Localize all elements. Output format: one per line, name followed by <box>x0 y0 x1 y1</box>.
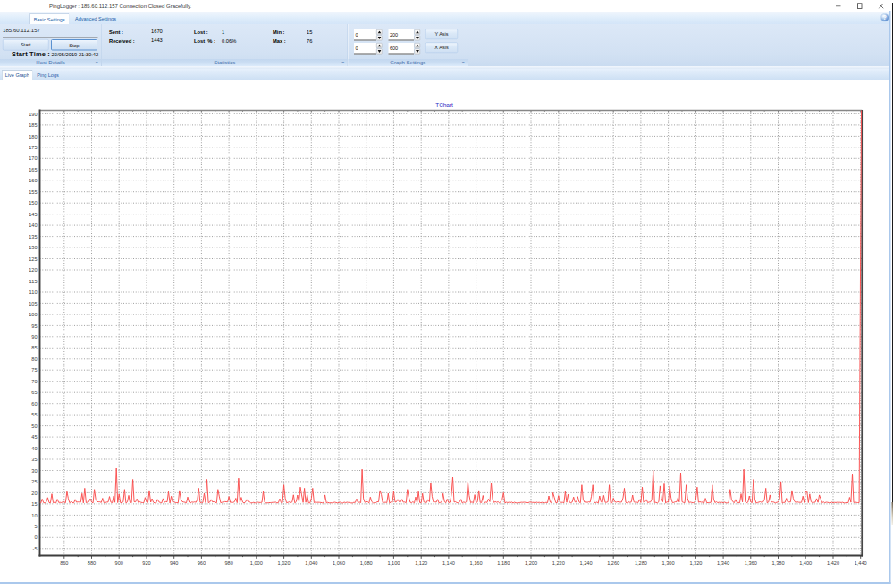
svg-text:1,180: 1,180 <box>497 560 510 566</box>
svg-text:70: 70 <box>31 379 37 384</box>
svg-text:1,320: 1,320 <box>689 560 702 566</box>
svg-text:980: 980 <box>224 560 232 566</box>
svg-text:150: 150 <box>29 200 37 206</box>
svg-text:1,260: 1,260 <box>607 560 619 566</box>
svg-text:50: 50 <box>31 424 37 429</box>
svg-text:135: 135 <box>29 234 37 239</box>
svg-text:1,360: 1,360 <box>745 560 757 566</box>
svg-text:85: 85 <box>31 345 37 350</box>
svg-text:1,400: 1,400 <box>799 560 812 566</box>
svg-text:60: 60 <box>31 401 37 407</box>
svg-text:1,420: 1,420 <box>827 560 839 566</box>
svg-text:115: 115 <box>29 279 38 284</box>
svg-text:40: 40 <box>31 446 37 451</box>
svg-text:1,440: 1,440 <box>855 560 867 566</box>
svg-text:165: 165 <box>29 167 37 172</box>
svg-text:130: 130 <box>29 245 37 250</box>
svg-text:145: 145 <box>29 212 37 217</box>
svg-text:15: 15 <box>31 501 37 507</box>
svg-text:900: 900 <box>115 560 123 566</box>
svg-text:95: 95 <box>31 323 37 329</box>
svg-text:1,000: 1,000 <box>250 560 263 566</box>
svg-text:920: 920 <box>142 560 150 566</box>
svg-text:1,100: 1,100 <box>387 560 400 566</box>
svg-text:180: 180 <box>29 134 37 139</box>
svg-text:55: 55 <box>31 412 37 417</box>
svg-text:940: 940 <box>170 560 178 566</box>
svg-text:175: 175 <box>29 145 37 150</box>
svg-text:-5: -5 <box>33 546 38 551</box>
svg-text:110: 110 <box>29 290 38 295</box>
svg-text:960: 960 <box>198 560 206 566</box>
svg-text:860: 860 <box>60 560 68 566</box>
svg-text:190: 190 <box>29 112 37 117</box>
svg-text:0: 0 <box>34 534 37 540</box>
svg-text:45: 45 <box>31 434 37 440</box>
svg-text:1,160: 1,160 <box>470 560 483 566</box>
svg-text:100: 100 <box>29 312 37 317</box>
svg-text:880: 880 <box>88 560 96 566</box>
svg-text:170: 170 <box>29 155 37 161</box>
svg-text:185: 185 <box>29 122 37 128</box>
svg-text:75: 75 <box>31 367 37 373</box>
svg-text:80: 80 <box>31 357 37 362</box>
svg-text:65: 65 <box>31 390 37 395</box>
svg-text:1,200: 1,200 <box>525 560 537 566</box>
svg-text:5: 5 <box>34 524 37 529</box>
svg-text:155: 155 <box>29 189 37 195</box>
svg-text:140: 140 <box>29 223 37 228</box>
svg-text:20: 20 <box>31 491 37 496</box>
svg-text:TChart: TChart <box>435 102 453 108</box>
svg-text:160: 160 <box>29 178 37 183</box>
svg-text:105: 105 <box>29 301 37 307</box>
svg-text:1,240: 1,240 <box>580 560 593 566</box>
svg-text:1,140: 1,140 <box>442 560 455 566</box>
svg-text:25: 25 <box>31 479 37 484</box>
svg-text:1,040: 1,040 <box>305 560 317 566</box>
svg-text:30: 30 <box>31 468 37 474</box>
svg-text:1,280: 1,280 <box>635 560 647 566</box>
svg-text:35: 35 <box>31 457 37 462</box>
svg-text:120: 120 <box>29 267 37 273</box>
svg-text:125: 125 <box>29 256 37 262</box>
svg-text:1,300: 1,300 <box>662 560 675 566</box>
svg-text:1,220: 1,220 <box>552 560 565 566</box>
svg-text:90: 90 <box>31 334 37 340</box>
svg-text:1,340: 1,340 <box>717 560 729 566</box>
svg-text:1,060: 1,060 <box>333 560 345 566</box>
svg-text:1,380: 1,380 <box>772 560 785 566</box>
svg-text:1,080: 1,080 <box>360 560 373 566</box>
svg-text:10: 10 <box>31 513 37 518</box>
svg-text:1,020: 1,020 <box>278 560 291 566</box>
svg-text:1,120: 1,120 <box>415 560 427 566</box>
